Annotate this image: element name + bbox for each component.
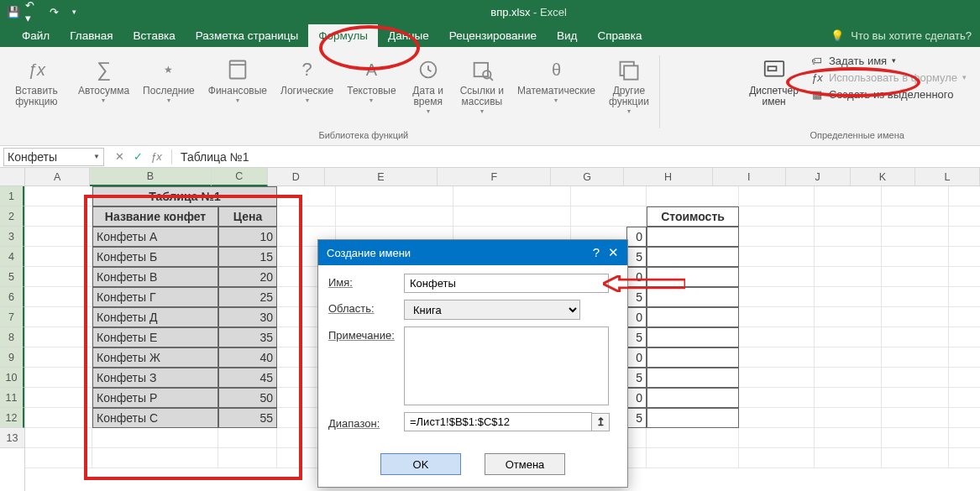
col-header-H[interactable]: H xyxy=(624,168,713,186)
cell-D2[interactable] xyxy=(277,206,336,227)
col-header-A[interactable]: A xyxy=(25,168,90,186)
cell-K4[interactable] xyxy=(882,247,949,267)
cell-H11[interactable] xyxy=(647,388,739,408)
name-box[interactable]: Конфеты ▼ xyxy=(3,148,104,166)
cell-I13[interactable] xyxy=(739,428,815,448)
col-header-C[interactable]: C xyxy=(212,168,268,186)
cell-I7[interactable] xyxy=(739,307,815,327)
cell-B1[interactable]: Таблица №1 xyxy=(92,186,277,206)
cell-C6[interactable]: 25 xyxy=(218,287,277,307)
cell-H6[interactable] xyxy=(647,287,739,307)
cell-I6[interactable] xyxy=(739,287,815,307)
cell-A9[interactable] xyxy=(25,347,92,368)
cell-B14[interactable] xyxy=(92,448,218,468)
cell-H3[interactable] xyxy=(647,227,739,247)
row-header-8[interactable]: 8 xyxy=(0,327,24,347)
save-icon[interactable]: 💾 xyxy=(5,3,22,20)
cell-K1[interactable] xyxy=(882,186,949,206)
row-header-11[interactable]: 11 xyxy=(0,388,24,408)
dialog-titlebar[interactable]: Создание имени ? ✕ xyxy=(318,240,627,265)
cell-E1[interactable] xyxy=(336,186,453,206)
cell-B12[interactable]: Конфеты С xyxy=(92,408,218,428)
cell-K5[interactable] xyxy=(882,267,949,287)
cell-A2[interactable] xyxy=(25,206,92,227)
cell-K6[interactable] xyxy=(882,287,949,307)
cell-K11[interactable] xyxy=(882,388,949,408)
row-header-6[interactable]: 6 xyxy=(0,287,24,307)
cell-L8[interactable] xyxy=(949,327,980,347)
cell-J10[interactable] xyxy=(815,368,882,388)
cell-C10[interactable]: 45 xyxy=(218,368,277,388)
cell-G6[interactable]: 5 xyxy=(626,287,647,307)
cell-A12[interactable] xyxy=(25,408,92,428)
cell-J14[interactable] xyxy=(815,448,882,468)
cell-I10[interactable] xyxy=(739,368,815,388)
cell-K9[interactable] xyxy=(882,347,949,368)
close-icon[interactable]: ✕ xyxy=(608,245,619,260)
cell-C2[interactable]: Цена xyxy=(218,206,277,227)
cell-C8[interactable]: 35 xyxy=(218,327,277,347)
cell-J12[interactable] xyxy=(815,408,882,428)
row-header-2[interactable]: 2 xyxy=(0,206,24,227)
cell-A8[interactable] xyxy=(25,327,92,347)
cell-J13[interactable] xyxy=(815,428,882,448)
cell-B6[interactable]: Конфеты Г xyxy=(92,287,218,307)
cell-G4[interactable]: 5 xyxy=(626,247,647,267)
cell-G11[interactable]: 0 xyxy=(626,388,647,408)
col-header-G[interactable]: G xyxy=(551,168,624,186)
select-all-corner[interactable] xyxy=(0,168,25,186)
tab-formulas[interactable]: Формулы xyxy=(308,24,378,47)
cell-I12[interactable] xyxy=(739,408,815,428)
row-header-7[interactable]: 7 xyxy=(0,307,24,327)
cell-L4[interactable] xyxy=(949,247,980,267)
cell-J2[interactable] xyxy=(815,206,882,227)
row-header-1[interactable]: 1 xyxy=(0,186,24,206)
cell-F2[interactable] xyxy=(453,206,571,227)
cell-H8[interactable] xyxy=(647,327,739,347)
tab-review[interactable]: Рецензирование xyxy=(439,24,547,47)
col-header-I[interactable]: I xyxy=(713,168,786,186)
cell-L10[interactable] xyxy=(949,368,980,388)
cell-I8[interactable] xyxy=(739,327,815,347)
text-button[interactable]: A Текстовые▾ xyxy=(340,52,402,117)
row-header-4[interactable]: 4 xyxy=(0,247,24,267)
cell-L14[interactable] xyxy=(949,448,980,468)
name-manager-button[interactable]: Диспетчеримен xyxy=(742,52,805,109)
cell-A6[interactable] xyxy=(25,287,92,307)
cell-G5[interactable]: 0 xyxy=(626,267,647,287)
cell-C4[interactable]: 15 xyxy=(218,247,277,267)
col-header-J[interactable]: J xyxy=(786,168,851,186)
cell-B3[interactable]: Конфеты А xyxy=(92,227,218,247)
cell-L12[interactable] xyxy=(949,408,980,428)
cell-I4[interactable] xyxy=(739,247,815,267)
cell-B5[interactable]: Конфеты В xyxy=(92,267,218,287)
scope-select[interactable]: Книга xyxy=(404,300,580,320)
cell-F1[interactable] xyxy=(453,186,571,206)
cell-I2[interactable] xyxy=(739,206,815,227)
cell-L1[interactable] xyxy=(949,186,980,206)
range-picker-button[interactable]: ↥ xyxy=(591,413,610,431)
touch-chevron-icon[interactable]: ▾ xyxy=(66,3,82,20)
row-header-3[interactable]: 3 xyxy=(0,227,24,247)
insert-function-button[interactable]: ƒx Вставитьфункцию xyxy=(8,52,65,109)
cell-A7[interactable] xyxy=(25,307,92,327)
col-header-D[interactable]: D xyxy=(268,168,324,186)
cell-H12[interactable] xyxy=(647,408,739,428)
cell-K12[interactable] xyxy=(882,408,949,428)
cell-J3[interactable] xyxy=(815,227,882,247)
cell-A3[interactable] xyxy=(25,227,92,247)
cell-C3[interactable]: 10 xyxy=(218,227,277,247)
logical-button[interactable]: ? Логические▾ xyxy=(274,52,340,117)
enter-icon[interactable]: ✓ xyxy=(131,150,144,163)
col-header-F[interactable]: F xyxy=(438,168,551,186)
cell-J1[interactable] xyxy=(815,186,882,206)
tab-view[interactable]: Вид xyxy=(547,24,587,47)
ok-button[interactable]: OK xyxy=(380,453,461,475)
cell-G12[interactable]: 5 xyxy=(626,408,647,428)
cell-J4[interactable] xyxy=(815,247,882,267)
help-icon[interactable]: ? xyxy=(593,245,600,260)
row-header-5[interactable]: 5 xyxy=(0,267,24,287)
cell-L6[interactable] xyxy=(949,287,980,307)
cell-C11[interactable]: 50 xyxy=(218,388,277,408)
cell-H9[interactable] xyxy=(647,347,739,368)
